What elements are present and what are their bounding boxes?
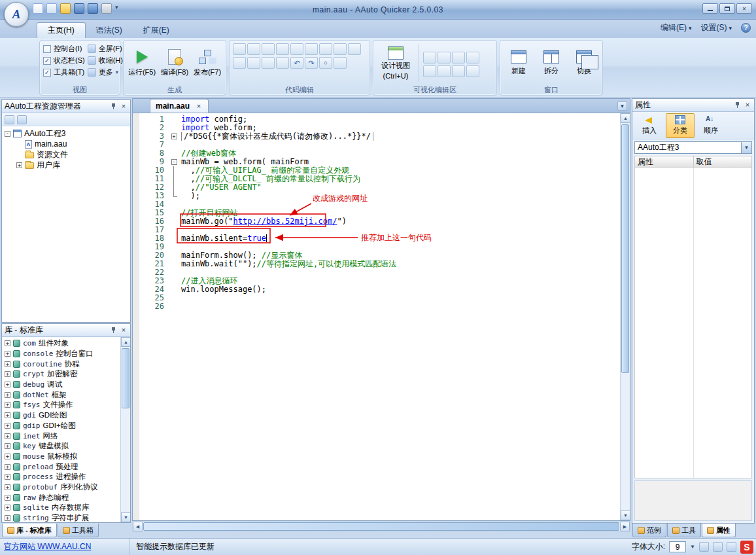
expander-icon[interactable]: +: [5, 505, 10, 510]
align-top-icon[interactable]: [438, 65, 451, 77]
ribbon-button-split[interactable]: 拆分: [536, 43, 566, 84]
code-line[interactable]: 11 ,//可输入_DLCTL_ 前缀的常量以控制下载行为: [133, 175, 619, 183]
expander-icon[interactable]: +: [5, 340, 10, 346]
bookmark-icon[interactable]: [247, 57, 260, 69]
save-all-icon[interactable]: [88, 3, 98, 14]
maximize-button[interactable]: [719, 3, 735, 14]
send-to-back-icon[interactable]: [438, 52, 451, 63]
design-view-button[interactable]: 设计视图 (Ctrl+U): [377, 43, 415, 84]
library-item[interactable]: +fsys文件操作: [2, 400, 120, 410]
library-item[interactable]: +key键盘模拟: [2, 441, 120, 452]
tab-order-icon[interactable]: [466, 65, 479, 77]
library-item[interactable]: +com组件对象: [2, 338, 120, 349]
code-line[interactable]: 9-mainWb = web.form( mainForm: [133, 158, 619, 166]
scroll-up-icon[interactable]: ▲: [621, 113, 630, 123]
view-toggle[interactable]: ✓状态栏(S): [43, 56, 85, 65]
scroll-left-icon[interactable]: ◀: [133, 522, 143, 531]
status-icon-1[interactable]: [699, 542, 709, 552]
scroll-up-icon[interactable]: ▲: [121, 337, 130, 347]
expander-icon[interactable]: +: [5, 474, 10, 480]
expander-icon[interactable]: +: [5, 484, 10, 490]
indent-icon[interactable]: [319, 43, 332, 55]
new-window-icon[interactable]: [46, 3, 57, 14]
scroll-thumb[interactable]: [122, 348, 129, 408]
properties-grid[interactable]: [634, 168, 752, 478]
code-line[interactable]: 21mainWb.wait("");//等待指定网址,可以使用模式匹配语法: [133, 260, 619, 268]
ribbon-button-new-window[interactable]: 新建: [504, 43, 534, 84]
fold-icon[interactable]: +: [171, 134, 177, 139]
new-file-icon[interactable]: [33, 3, 43, 14]
tree-item[interactable]: 资源文件: [2, 149, 130, 160]
save-icon[interactable]: [17, 115, 27, 124]
pin-icon[interactable]: [734, 101, 741, 109]
ribbon-button-switch[interactable]: 切换: [569, 43, 599, 84]
code-line[interactable]: 23//进入消息循环: [133, 277, 619, 285]
object-selector[interactable]: AAuto工程3 ▼: [634, 141, 752, 154]
library-scrollbar[interactable]: ▲ ▼: [120, 337, 130, 522]
view-button-0[interactable]: 全屏(F): [88, 44, 123, 54]
code-line[interactable]: 24win.loopMessage();: [133, 285, 619, 294]
scroll-right-icon[interactable]: ▶: [620, 522, 630, 531]
code-line[interactable]: 17: [133, 226, 619, 234]
view-toggle[interactable]: ✓工具箱(T): [43, 67, 85, 77]
library-item[interactable]: +preload预处理: [2, 461, 120, 472]
outdent-icon[interactable]: [334, 43, 347, 55]
settings-menu[interactable]: 设置(S)▾: [700, 22, 732, 33]
tree-item[interactable]: +用户库: [2, 160, 130, 170]
goto-icon[interactable]: [334, 57, 347, 69]
expander-icon[interactable]: +: [5, 351, 10, 357]
close-tab-icon[interactable]: ×: [195, 103, 203, 110]
rect-select-icon[interactable]: [233, 57, 246, 69]
tree-item[interactable]: -AAuto工程3: [2, 128, 130, 139]
edit-menu[interactable]: 编辑(E)▾: [661, 22, 692, 33]
library-item[interactable]: +gdiGDI绘图: [2, 410, 120, 421]
expander-icon[interactable]: -: [5, 131, 10, 137]
ribbon-tab-2[interactable]: 扩展(E): [133, 22, 180, 38]
bookmark-next-icon[interactable]: [276, 57, 289, 69]
font-size-value[interactable]: 9: [669, 541, 686, 552]
help-icon[interactable]: ?: [741, 23, 751, 33]
code-line[interactable]: 14: [133, 200, 619, 209]
scroll-down-icon[interactable]: ▼: [121, 512, 130, 522]
scroll-thumb[interactable]: [143, 522, 619, 531]
code-line[interactable]: 16mainWb.go("http://bbs.52miji.com/"): [133, 217, 619, 226]
code-line[interactable]: 1import config;: [133, 115, 619, 124]
cut-icon[interactable]: [233, 43, 246, 55]
expander-icon[interactable]: +: [5, 371, 10, 377]
ribbon-button-compile[interactable]: 编译(F8): [160, 43, 190, 84]
scroll-down-icon[interactable]: ▼: [621, 510, 630, 520]
right-bottom-tab-1[interactable]: 工具: [667, 524, 701, 537]
format-icon[interactable]: [348, 43, 361, 55]
code-line[interactable]: 8//创建web窗体: [133, 149, 619, 158]
expander-icon[interactable]: +: [5, 412, 10, 418]
print-icon[interactable]: [101, 3, 112, 14]
code-line[interactable]: 10 ,//可输入_UIFLAG_ 前缀的常量自定义外观: [133, 166, 619, 175]
delete-icon[interactable]: [276, 43, 289, 55]
checkbox-icon[interactable]: [43, 45, 51, 53]
close-icon[interactable]: ×: [120, 327, 128, 334]
fold-icon[interactable]: -: [171, 159, 177, 165]
expander-icon[interactable]: +: [5, 402, 10, 408]
status-icon-3[interactable]: [727, 542, 736, 552]
ungroup-icon[interactable]: [466, 52, 479, 63]
library-item[interactable]: +crypt加密解密: [2, 369, 120, 380]
close-icon[interactable]: ×: [120, 103, 128, 110]
library-item[interactable]: +mouse鼠标模拟: [2, 452, 120, 462]
customize-icon[interactable]: [115, 3, 122, 14]
ribbon-tab-1[interactable]: 语法(S): [86, 22, 133, 38]
redo-icon[interactable]: [305, 57, 318, 69]
same-size-icon[interactable]: [452, 65, 465, 77]
open-icon[interactable]: [60, 3, 71, 14]
library-item[interactable]: +inet网络: [2, 431, 120, 441]
props-tool-1[interactable]: 分类: [666, 113, 695, 138]
library-item[interactable]: +console控制台窗口: [2, 349, 120, 359]
document-tab-main-aau[interactable]: main.aau ×: [150, 99, 209, 113]
code-line[interactable]: 15//打开目标网站: [133, 209, 619, 217]
view-toggle[interactable]: 控制台(I): [43, 44, 85, 54]
group-icon[interactable]: [452, 52, 465, 63]
bring-to-front-icon[interactable]: [423, 52, 436, 63]
code-line[interactable]: 22: [133, 268, 619, 277]
bookmark-prev-icon[interactable]: [262, 57, 275, 69]
props-tool-2[interactable]: 顺序: [696, 113, 725, 138]
expander-icon[interactable]: +: [5, 361, 10, 367]
